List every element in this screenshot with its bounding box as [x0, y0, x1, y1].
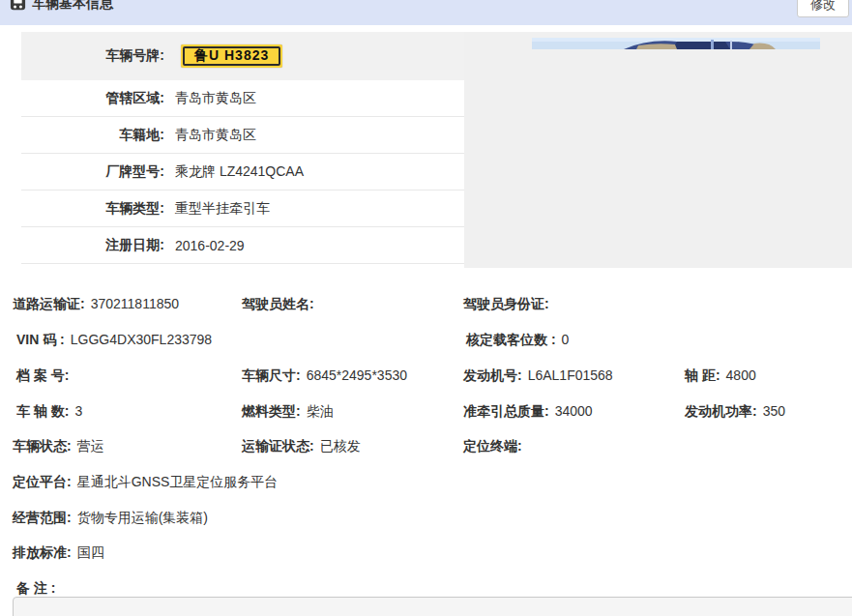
- field-emission-standard: 排放标准:国四: [13, 543, 104, 561]
- remarks-textarea[interactable]: [13, 597, 852, 616]
- field-engine-no: 发动机号:L6AL1F01568: [463, 367, 613, 384]
- field-wheelbase: 轴 距:4800: [685, 367, 756, 384]
- page-title: 车辆基本信息: [32, 0, 113, 13]
- register-date-value: 2016-02-29: [175, 238, 245, 253]
- field-driver-name: 驾驶员姓名:: [242, 295, 320, 312]
- section-title-group: 车辆基本信息: [10, 0, 113, 13]
- field-axles: 车 轴 数:3: [16, 402, 82, 420]
- modify-button[interactable]: 修改: [797, 0, 849, 17]
- register-date-label: 注册日期:: [21, 237, 164, 254]
- brand-model-value: 乘龙牌 LZ4241QCAA: [175, 163, 304, 181]
- registry-place-value: 青岛市黄岛区: [175, 127, 256, 144]
- field-towing-mass: 准牵引总质量:34000: [463, 402, 593, 420]
- license-plate-number: 鲁U H3823: [183, 46, 280, 66]
- vehicle-info-page: 车辆基本信息 修改 车辆号牌: 鲁U H3823 管辖区域: 青岛市黄岛区 车籍…: [0, 0, 852, 616]
- field-vin: VIN 码 :LGGG4DX30FL233798: [16, 331, 212, 348]
- license-plate: 鲁U H3823: [181, 44, 282, 68]
- jurisdiction-value: 青岛市黄岛区: [175, 90, 256, 107]
- vehicle-type-label: 车辆类型:: [21, 200, 164, 218]
- field-dimensions: 车辆尺寸:6845*2495*3530: [242, 367, 407, 384]
- field-platform: 定位平台:星通北斗GNSS卫星定位服务平台: [13, 473, 278, 490]
- photo-panel: [464, 32, 852, 268]
- registry-place-label: 车籍地:: [21, 127, 164, 144]
- field-driver-id: 驾驶员身份证:: [463, 295, 555, 312]
- field-cert-status: 运输证状态:已核发: [242, 437, 361, 455]
- field-approved-passengers: 核定载客位数 :0: [466, 331, 569, 348]
- field-file-no: 档 案 号:: [16, 367, 74, 384]
- field-fuel-type: 燃料类型:柴油: [242, 402, 334, 420]
- field-vehicle-status: 车辆状态:营运: [13, 437, 104, 455]
- field-terminal: 定位终端:: [463, 437, 528, 455]
- field-remarks-label: 备 注 :: [16, 579, 55, 597]
- row-plate-number: 车辆号牌: 鲁U H3823: [21, 32, 464, 80]
- vehicle-photo: [532, 38, 820, 49]
- row-vehicle-type: 车辆类型: 重型半挂牵引车: [21, 191, 464, 227]
- row-jurisdiction: 管辖区域: 青岛市黄岛区: [21, 80, 464, 117]
- jurisdiction-label: 管辖区域:: [21, 90, 164, 107]
- registration-card: 车辆号牌: 鲁U H3823 管辖区域: 青岛市黄岛区 车籍地: 青岛市黄岛区 …: [21, 32, 464, 264]
- field-road-transport-cert: 道路运输证:370211811850: [13, 295, 179, 312]
- field-engine-power: 发动机功率:350: [685, 402, 785, 420]
- vehicle-card-icon: [10, 0, 26, 12]
- field-business-scope: 经营范围:货物专用运输(集装箱): [13, 509, 208, 526]
- brand-model-label: 厂牌型号:: [21, 163, 164, 181]
- row-register-date: 注册日期: 2016-02-29: [21, 227, 464, 264]
- row-registry-place: 车籍地: 青岛市黄岛区: [21, 117, 464, 154]
- plate-label: 车辆号牌:: [21, 47, 164, 65]
- row-brand-model: 厂牌型号: 乘龙牌 LZ4241QCAA: [21, 154, 464, 191]
- vehicle-type-value: 重型半挂牵引车: [175, 200, 270, 218]
- section-header-bar: 车辆基本信息 修改: [0, 0, 852, 25]
